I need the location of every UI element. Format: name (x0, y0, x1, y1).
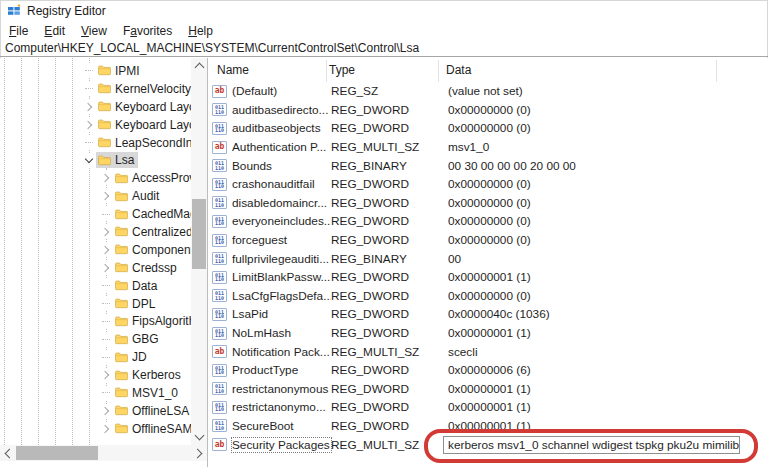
tree-item-label: MSV1_0 (132, 386, 178, 400)
tree-item[interactable]: GBG (0, 330, 191, 348)
chevron-up-icon (194, 63, 204, 73)
registry-value-row[interactable]: Notification Pack... REG_MULTI_SZ scecli (208, 342, 768, 361)
registry-value-row[interactable]: auditbaseobjects REG_DWORD 0x00000000 (0… (208, 119, 768, 138)
value-type: REG_MULTI_SZ (331, 438, 448, 452)
column-divider[interactable] (716, 60, 717, 82)
tree-horizontal-scrollbar[interactable] (0, 445, 207, 461)
value-data-text: 0x00000001 (1) (448, 419, 531, 433)
dotted-connector[interactable] (102, 321, 110, 322)
registry-value-row[interactable]: LsaPid REG_DWORD 0x0000040c (1036) (208, 305, 768, 324)
column-divider[interactable] (326, 60, 327, 82)
tree-item[interactable]: JD (0, 348, 191, 366)
tree-item-label: CentralizedA (132, 225, 191, 239)
menu-item-edit[interactable]: Edit (36, 23, 73, 39)
dotted-connector[interactable] (102, 392, 110, 393)
scroll-down-button[interactable] (191, 429, 207, 445)
dword-value-icon (212, 327, 227, 340)
registry-value-row[interactable]: Authentication P... REG_MULTI_SZ msv1_0 (208, 138, 768, 157)
registry-value-row[interactable]: Bounds REG_BINARY 00 30 00 00 00 20 00 0… (208, 156, 768, 175)
chevron-right-icon[interactable] (101, 263, 109, 271)
chevron-right-icon[interactable] (101, 246, 109, 254)
chevron-right-icon[interactable] (84, 120, 92, 128)
registry-value-row[interactable]: crashonauditfail REG_DWORD 0x00000000 (0… (208, 175, 768, 194)
tree-item[interactable]: Kerberos (0, 366, 191, 384)
tree-item[interactable]: AccessProvi (0, 169, 191, 187)
tree-item[interactable]: Data (0, 277, 191, 295)
registry-value-row[interactable]: LimitBlankPassw... REG_DWORD 0x00000001 … (208, 268, 768, 287)
scroll-left-button[interactable] (0, 445, 16, 461)
folder-icon (115, 334, 128, 345)
column-divider[interactable] (438, 60, 439, 82)
dword-value-icon (212, 401, 227, 414)
dotted-connector[interactable] (85, 88, 93, 89)
dotted-connector[interactable] (102, 285, 110, 286)
tree-item[interactable]: IPMI (0, 62, 191, 80)
chevron-right-icon[interactable] (101, 371, 109, 379)
chevron-right-icon[interactable] (101, 174, 109, 182)
tree-item[interactable]: CentralizedA (0, 223, 191, 241)
dotted-connector[interactable] (102, 214, 110, 215)
tree-item[interactable]: Audit (0, 187, 191, 205)
tree-vertical-scrollbar[interactable] (191, 58, 207, 445)
tree-item[interactable]: OfflineLSA (0, 402, 191, 420)
dword-value-icon (212, 196, 227, 209)
scrollbar-thumb[interactable] (16, 446, 98, 460)
scroll-right-button[interactable] (191, 445, 207, 461)
tree-item[interactable]: LeapSecondInf (0, 134, 191, 152)
address-bar[interactable]: Computer\HKEY_LOCAL_MACHINE\SYSTEM\Curre… (0, 40, 768, 56)
registry-value-row[interactable]: auditbasedirecto... REG_DWORD 0x00000000… (208, 101, 768, 120)
registry-value-row[interactable]: forceguest REG_DWORD 0x00000000 (0) (208, 231, 768, 250)
column-header-data[interactable]: Data (446, 63, 471, 77)
column-header-name[interactable]: Name (217, 63, 249, 77)
dotted-connector[interactable] (85, 70, 93, 71)
value-data: 0x0000040c (1036) (448, 307, 768, 321)
registry-value-row[interactable]: restrictanonymous REG_DWORD 0x00000001 (… (208, 380, 768, 399)
registry-value-row[interactable]: Security Packages REG_MULTI_SZ kerberos … (208, 435, 768, 454)
registry-value-row[interactable]: everyoneincludes... REG_DWORD 0x00000000… (208, 212, 768, 231)
chevron-right-icon[interactable] (101, 192, 109, 200)
tree-item[interactable]: Keyboard Layo (0, 116, 191, 134)
menu-item-view[interactable]: View (73, 23, 115, 39)
dotted-connector[interactable] (102, 339, 110, 340)
chevron-right-icon[interactable] (101, 407, 109, 415)
registry-value-row[interactable]: fullprivilegeauditi... REG_BINARY 00 (208, 249, 768, 268)
tree-item[interactable]: MSV1_0 (0, 384, 191, 402)
window-title: Registry Editor (27, 4, 106, 18)
scroll-up-button[interactable] (191, 58, 207, 74)
tree-item[interactable]: CachedMacl (0, 205, 191, 223)
tree-item[interactable]: FipsAlgorith (0, 312, 191, 330)
dotted-connector[interactable] (102, 357, 110, 358)
tree-item-label: KernelVelocity (115, 82, 191, 96)
tree-item[interactable]: Keyboard Layo (0, 98, 191, 116)
chevron-right-icon[interactable] (101, 425, 109, 433)
chevron-right-icon[interactable] (84, 102, 92, 110)
registry-value-row[interactable]: LsaCfgFlagsDefa... REG_DWORD 0x00000000 … (208, 287, 768, 306)
dword-value-icon (212, 419, 227, 432)
chevron-down-icon[interactable] (85, 155, 93, 163)
registry-value-row[interactable]: SecureBoot REG_DWORD 0x00000001 (1) (208, 417, 768, 436)
tree-item[interactable]: DPL (0, 295, 191, 313)
registry-value-row[interactable]: disabledomaincr... REG_DWORD 0x00000000 … (208, 194, 768, 213)
dotted-connector[interactable] (102, 303, 110, 304)
value-name: crashonauditfail (232, 177, 331, 191)
registry-value-row[interactable]: NoLmHash REG_DWORD 0x00000001 (1) (208, 324, 768, 343)
chevron-right-icon[interactable] (101, 228, 109, 236)
value-data-text: 0x00000001 (1) (448, 270, 531, 284)
column-header-type[interactable]: Type (329, 63, 355, 77)
menu-item-favorites[interactable]: Favorites (115, 23, 180, 39)
tree-item[interactable]: Credssp (0, 259, 191, 277)
tree-item[interactable]: KernelVelocity (0, 80, 191, 98)
dotted-connector[interactable] (85, 142, 93, 143)
menu-item-file[interactable]: File (1, 23, 36, 39)
tree-item[interactable]: OfflineSAM (0, 420, 191, 438)
tree-item[interactable]: Lsa (0, 151, 191, 169)
tree-item[interactable]: Component (0, 241, 191, 259)
value-name: Bounds (232, 159, 331, 173)
registry-value-row[interactable]: (Default) REG_SZ (value not set) (208, 82, 768, 101)
registry-value-row[interactable]: restrictanonymo... REG_DWORD 0x00000001 … (208, 398, 768, 417)
value-type: REG_DWORD (331, 326, 448, 340)
registry-value-row[interactable]: ProductType REG_DWORD 0x00000006 (6) (208, 361, 768, 380)
menu-item-help[interactable]: Help (180, 23, 221, 39)
scrollbar-thumb[interactable] (192, 199, 206, 269)
folder-icon (115, 423, 128, 434)
